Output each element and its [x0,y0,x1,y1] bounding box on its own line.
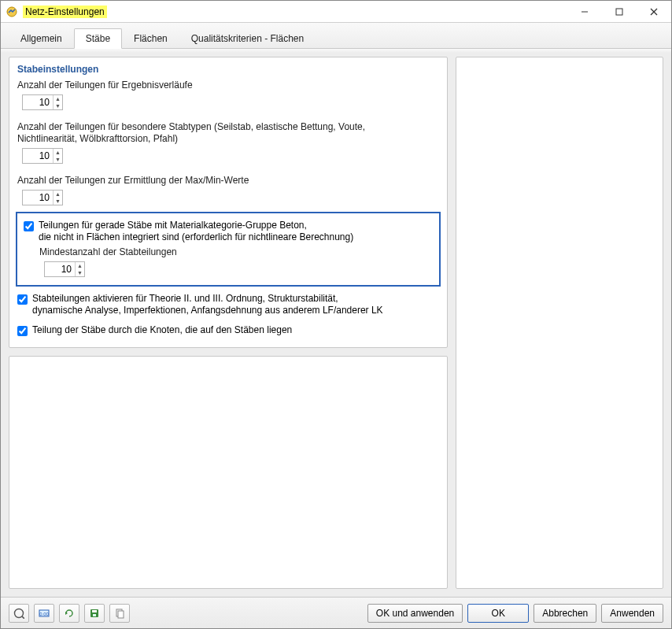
concrete-divisions-label: Teilungen für gerade Stäbe mit Materialk… [39,220,353,243]
ok-button[interactable]: OK [467,604,529,623]
maximize-button[interactable] [602,1,637,23]
div-special-spinner[interactable]: 10 ▲▼ [22,148,63,164]
activate-divisions-checkbox[interactable] [17,294,28,305]
preview-panel-left [9,356,448,589]
cancel-button[interactable]: Abbrechen [534,604,596,623]
div-special-value: 10 [23,150,53,161]
svg-point-5 [15,609,24,617]
tab-quality[interactable]: Qualitätskriterien - Flächen [179,28,316,49]
div-results-spinner[interactable]: 10 ▲▼ [22,94,63,110]
dialog-window: Netz-Einstellungen Allgemein Stäbe Fläch… [0,0,672,629]
app-icon [6,6,18,18]
concrete-divisions-checkbox[interactable] [24,221,34,231]
concrete-min-label: Mindestanzahl der Stabteilungen [39,246,433,258]
copy-icon-button[interactable] [109,604,130,623]
spinner-arrows[interactable]: ▲▼ [53,149,62,163]
div-maxmin-label: Anzahl der Teilungen zur Ermittlung der … [17,175,439,187]
svg-text:0.00: 0.00 [39,612,49,616]
footer: 0.00 OK und anwenden OK Abbrechen Anwend… [1,597,671,628]
activate-divisions-label: Stabteilungen aktivieren für Theorie II.… [32,293,383,316]
svg-rect-12 [93,614,96,616]
titlebar: Netz-Einstellungen [1,1,671,23]
content-area: Stabeinstellungen Anzahl der Teilungen f… [1,49,671,597]
apply-button[interactable]: Anwenden [601,604,663,623]
tab-members[interactable]: Stäbe [74,28,122,49]
section-title: Stabeinstellungen [17,64,439,75]
svg-line-3 [651,9,657,15]
window-title: Netz-Einstellungen [23,6,107,18]
ok-apply-button[interactable]: OK und anwenden [367,604,463,623]
concrete-min-value: 10 [45,264,75,275]
member-settings-panel: Stabeinstellungen Anzahl der Teilungen f… [9,57,448,348]
spinner-arrows[interactable]: ▲▼ [53,95,62,109]
tab-general[interactable]: Allgemein [9,28,74,49]
preview-panel-right [456,57,663,589]
div-results-value: 10 [23,97,53,108]
spinner-arrows[interactable]: ▲▼ [75,262,84,276]
divide-by-nodes-checkbox[interactable] [17,326,28,336]
div-special-label: Anzahl der Teilungen für besondere Stabt… [17,121,395,145]
svg-rect-2 [616,9,622,15]
divide-by-nodes-label: Teilung der Stäbe durch die Knoten, die … [32,324,292,336]
concrete-min-spinner[interactable]: 10 ▲▼ [44,261,85,277]
help-icon-button[interactable] [9,604,29,623]
svg-line-4 [651,9,657,15]
spinner-arrows[interactable]: ▲▼ [53,191,62,205]
units-icon-button[interactable]: 0.00 [34,604,54,623]
reset-icon-button[interactable] [59,604,79,623]
tab-bar: Allgemein Stäbe Flächen Qualitätskriteri… [1,23,671,49]
activate-divisions-line2: dynamische Analyse, Imperfektionen, Anfa… [32,305,383,316]
minimize-button[interactable] [567,1,602,23]
svg-rect-11 [92,610,97,612]
concrete-highlight-box: Teilungen für gerade Stäbe mit Materialk… [16,212,441,287]
concrete-label-line2: die nicht in Flächen integriert sind (er… [39,231,353,242]
activate-divisions-line1: Stabteilungen aktivieren für Theorie II.… [32,293,338,304]
save-icon-button[interactable] [84,604,105,623]
svg-rect-14 [118,611,124,618]
tab-surfaces[interactable]: Flächen [122,28,179,49]
div-maxmin-spinner[interactable]: 10 ▲▼ [22,190,63,205]
svg-line-6 [22,616,24,619]
div-maxmin-value: 10 [23,192,53,203]
concrete-label-line1: Teilungen für gerade Stäbe mit Materialk… [39,220,307,231]
close-button[interactable] [637,1,671,23]
div-results-label: Anzahl der Teilungen für Ergebnisverläuf… [17,80,439,91]
